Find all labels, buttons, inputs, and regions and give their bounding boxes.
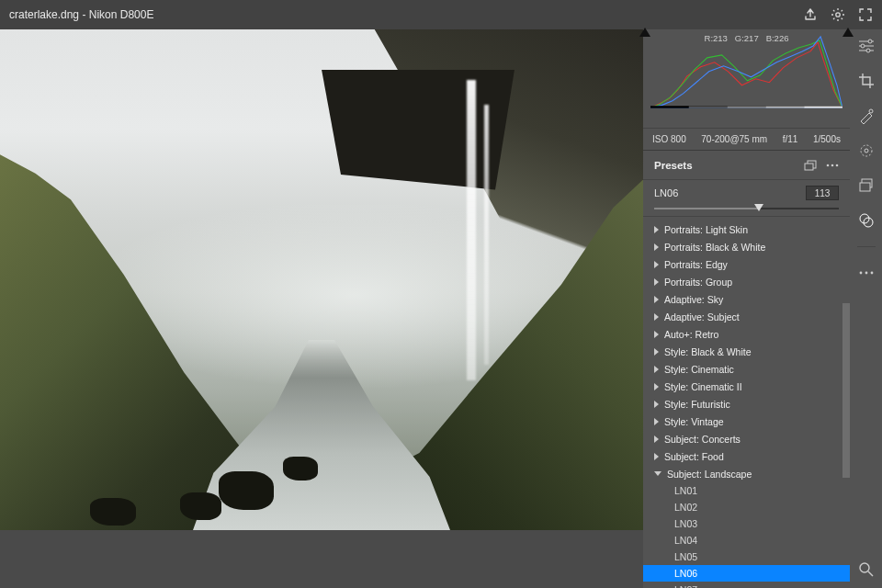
svg-rect-20 — [860, 183, 870, 191]
filename: craterlake.dng — [9, 8, 79, 21]
preset-group[interactable]: Style: Futuristic — [643, 395, 850, 413]
svg-point-10 — [827, 164, 830, 166]
camera-model: Nikon D800E — [89, 8, 154, 21]
photo-waterfall-thin — [484, 105, 489, 365]
photo-rock — [180, 492, 221, 520]
preset-group[interactable]: Adaptive: Subject — [643, 308, 850, 325]
preset-item[interactable]: LN01 — [643, 482, 850, 499]
layers-icon[interactable] — [857, 176, 876, 195]
more-tools-icon[interactable] — [857, 264, 876, 282]
histogram[interactable] — [650, 35, 842, 108]
svg-point-11 — [831, 164, 834, 166]
svg-rect-9 — [805, 164, 813, 170]
svg-point-25 — [870, 272, 873, 275]
disclosure-triangle-icon — [654, 348, 659, 356]
photo-rock — [219, 471, 274, 510]
preset-group-label: Adaptive: Sky — [664, 294, 723, 305]
preset-group-label: Auto+: Retro — [664, 329, 718, 340]
preset-item[interactable]: LN06 — [643, 565, 850, 582]
svg-rect-5 — [728, 107, 766, 108]
gear-icon[interactable] — [831, 7, 845, 22]
main: R:213 G:217 B:226 — [0, 29, 882, 588]
preset-group[interactable]: Auto+: Retro — [643, 325, 850, 343]
right-panel: R:213 G:217 B:226 — [643, 29, 850, 588]
redeye-icon[interactable] — [857, 141, 876, 160]
preset-item[interactable]: LN03 — [643, 515, 850, 532]
preset-group-label: Portraits: Group — [664, 277, 732, 288]
preset-group[interactable]: Subject: Concerts — [643, 430, 850, 447]
edit-sliders-icon[interactable] — [857, 37, 876, 55]
preset-item[interactable]: LN05 — [643, 548, 850, 565]
disclosure-triangle-icon — [654, 366, 659, 373]
preset-group-label: Portraits: Edgy — [664, 259, 728, 270]
svg-point-12 — [836, 164, 839, 166]
disclosure-triangle-icon — [654, 401, 659, 408]
preset-item[interactable]: LN02 — [643, 499, 850, 515]
preset-group-label: Style: Black & White — [664, 346, 752, 357]
canvas-footer-area — [0, 530, 643, 588]
histogram-section: R:213 G:217 B:226 — [643, 29, 850, 129]
photo-rock — [90, 498, 136, 526]
zoom-icon[interactable] — [857, 560, 876, 579]
exif-shutter: 1/500s — [813, 134, 841, 144]
preset-group-label: Subject: Concerts — [664, 434, 741, 445]
preset-group[interactable]: Style: Vintage — [643, 413, 850, 430]
fullscreen-icon[interactable] — [858, 7, 873, 22]
toolrail-separator — [857, 246, 876, 247]
crop-icon[interactable] — [857, 72, 876, 90]
topbar-right — [803, 7, 873, 22]
disclosure-triangle-icon — [654, 278, 659, 286]
preset-group-label: Subject: Food — [664, 451, 724, 462]
toolrail — [850, 29, 882, 588]
disclosure-triangle-icon — [654, 313, 659, 321]
preset-group-label: Subject: Landscape — [667, 469, 752, 480]
preset-amount-slider[interactable] — [654, 208, 839, 209]
preset-group[interactable]: Style: Cinematic — [643, 360, 850, 378]
preset-group-label: Style: Cinematic II — [664, 381, 742, 392]
svg-point-16 — [869, 109, 873, 113]
presets-header-tools — [804, 160, 839, 171]
preset-group[interactable]: Subject: Food — [643, 447, 850, 465]
preset-item[interactable]: LN04 — [643, 532, 850, 548]
disclosure-triangle-icon — [654, 261, 659, 268]
file-title: craterlake.dng - Nikon D800E — [9, 8, 153, 21]
preset-group[interactable]: Portraits: Black & White — [643, 238, 850, 255]
preset-item[interactable]: LN07 — [643, 582, 850, 588]
svg-point-24 — [865, 272, 867, 275]
svg-point-13 — [868, 40, 872, 43]
preset-group[interactable]: Portraits: Light Skin — [643, 220, 850, 238]
disclosure-triangle-icon — [654, 435, 659, 443]
preset-group[interactable]: Style: Cinematic II — [643, 378, 850, 395]
svg-rect-6 — [765, 107, 804, 108]
topbar: craterlake.dng - Nikon D800E — [0, 0, 882, 29]
disclosure-triangle-icon — [654, 471, 662, 476]
disclosure-triangle-icon — [654, 383, 659, 390]
preset-group[interactable]: Portraits: Edgy — [643, 255, 850, 273]
preset-group-label: Style: Cinematic — [664, 364, 734, 375]
export-icon[interactable] — [803, 7, 818, 22]
preset-amount-thumb[interactable] — [754, 204, 763, 211]
photo-waterfall — [467, 80, 476, 380]
photo-rock — [283, 457, 318, 481]
disclosure-triangle-icon — [654, 226, 659, 233]
presets-icon[interactable] — [857, 211, 876, 230]
new-preset-icon[interactable] — [804, 160, 817, 171]
preset-group-label: Style: Futuristic — [664, 399, 730, 410]
preset-group[interactable]: Adaptive: Sky — [643, 290, 850, 308]
more-icon[interactable] — [826, 164, 839, 167]
svg-point-14 — [861, 44, 865, 48]
canvas-image[interactable] — [0, 29, 643, 530]
preset-amount-value[interactable]: 113 — [806, 186, 839, 200]
preset-list: Portraits: Light SkinPortraits: Black & … — [643, 217, 850, 588]
preset-group[interactable]: Subject: Landscape — [643, 465, 850, 482]
disclosure-triangle-icon — [654, 331, 659, 338]
presets-title: Presets — [654, 160, 693, 171]
preset-group[interactable]: Portraits: Group — [643, 273, 850, 290]
preset-group-label: Style: Vintage — [664, 416, 724, 427]
preset-group[interactable]: Style: Black & White — [643, 343, 850, 360]
preset-amount: LN06 113 — [643, 180, 850, 217]
scrollbar-thumb[interactable] — [842, 303, 850, 478]
preset-group-label: Adaptive: Subject — [664, 311, 740, 322]
svg-point-23 — [859, 272, 862, 275]
heal-brush-icon[interactable] — [857, 107, 876, 125]
